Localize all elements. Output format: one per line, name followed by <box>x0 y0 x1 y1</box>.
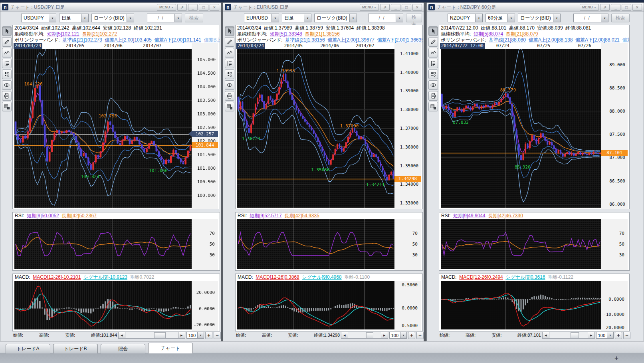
indicator-tool-button[interactable] <box>225 48 234 58</box>
save-layout-button[interactable] <box>2 102 12 111</box>
period-select[interactable]: 日足▼ <box>59 14 89 22</box>
scroll-right-icon[interactable]: ▶ <box>588 332 594 338</box>
pointer-tool-button[interactable] <box>2 26 12 36</box>
objects-tool-button[interactable] <box>2 69 12 79</box>
pair-select[interactable]: EUR/USD▼ <box>244 14 279 22</box>
objects-tool-button[interactable] <box>428 69 438 79</box>
price-chart[interactable] <box>441 49 601 208</box>
maximize-button[interactable]: □ <box>199 4 208 11</box>
maximize-button[interactable]: □ <box>402 4 411 11</box>
zoom-out-button[interactable]: − <box>416 332 424 339</box>
detach-button[interactable]: ↗ <box>177 4 187 11</box>
draw-tool-button[interactable] <box>428 37 438 47</box>
scroll-left-icon[interactable]: ◀ <box>341 332 348 338</box>
chevron-down-icon: ▼ <box>400 332 406 338</box>
print-button[interactable] <box>428 91 438 101</box>
chevron-down-icon: ▼ <box>49 14 56 22</box>
date-select[interactable]: / /▼ <box>368 14 403 22</box>
scrollbar-thumb[interactable] <box>571 332 579 338</box>
rsi-chart[interactable] <box>237 219 394 269</box>
period-select[interactable]: 日足▼ <box>282 14 311 22</box>
y-tick: 1.33000 <box>400 200 418 206</box>
visibility-tool-button[interactable] <box>2 80 12 90</box>
menu-button[interactable]: MENU ▼ <box>157 4 176 11</box>
zoom-in-button[interactable]: + <box>205 332 212 339</box>
scale-tool-button[interactable] <box>2 59 12 68</box>
rsi-chart[interactable] <box>14 219 192 269</box>
close-button[interactable]: × <box>210 4 219 11</box>
bar-count-select[interactable]: 100▼ <box>186 332 204 339</box>
detach-button[interactable]: ↗ <box>600 4 610 11</box>
scrollbar-track[interactable] <box>549 332 588 338</box>
pointer-tool-button[interactable] <box>428 26 438 36</box>
visibility-tool-button[interactable] <box>225 80 234 90</box>
indicator-tool-button[interactable] <box>2 48 12 58</box>
period-select[interactable]: 60分足▼ <box>485 14 515 22</box>
price-type-select[interactable]: ローソク(BID)▼ <box>518 14 561 22</box>
maximize-button[interactable]: □ <box>622 4 631 11</box>
search-button[interactable]: 検索 <box>185 14 203 22</box>
save-layout-button[interactable] <box>225 102 234 111</box>
zoom-out-button[interactable]: − <box>623 332 630 339</box>
zoom-out-button[interactable]: − <box>214 332 221 339</box>
objects-tool-button[interactable] <box>225 69 234 79</box>
scale-tool-button[interactable] <box>225 59 234 68</box>
menu-button[interactable]: MENU ▼ <box>580 4 599 11</box>
scrollbar-thumb[interactable] <box>366 332 373 338</box>
search-button[interactable]: 検索 <box>611 14 630 22</box>
scale-tool-button[interactable] <box>428 59 438 68</box>
macd-chart[interactable] <box>441 281 601 329</box>
close-button[interactable]: × <box>632 4 642 11</box>
menu-button[interactable]: MENU ▼ <box>360 4 379 11</box>
chart-scrollbar[interactable]: ◀ ▶ <box>118 332 185 339</box>
detach-button[interactable]: ↗ <box>380 4 390 11</box>
rsi-chart[interactable] <box>441 219 601 269</box>
macd-signal-value: 0.4968 <box>327 274 342 280</box>
draw-tool-button[interactable] <box>225 37 234 47</box>
search-button[interactable]: 検索 <box>406 14 422 22</box>
date-select[interactable]: / /▼ <box>573 14 608 22</box>
print-button[interactable] <box>2 91 12 101</box>
minimize-button[interactable]: _ <box>391 4 400 11</box>
scrollbar-thumb[interactable] <box>154 332 166 338</box>
scrollbar-track[interactable] <box>348 332 381 338</box>
pair-select[interactable]: NZD/JPY▼ <box>448 14 483 22</box>
tab-inquiry[interactable]: 照会 <box>101 344 145 353</box>
y-tick: 1.41000 <box>400 51 418 56</box>
scroll-left-icon[interactable]: ◀ <box>543 332 549 338</box>
draw-tool-button[interactable] <box>2 37 12 47</box>
tab-chart[interactable]: チャート <box>148 343 193 353</box>
tab-trade-a[interactable]: トレードA <box>6 344 50 353</box>
print-button[interactable] <box>225 91 234 101</box>
tab-trade-b[interactable]: トレードB <box>53 344 98 353</box>
close-button[interactable]: × <box>412 4 422 11</box>
price-chart[interactable] <box>14 49 192 208</box>
zoom-in-button[interactable]: + <box>615 332 622 339</box>
visibility-tool-button[interactable] <box>428 80 438 90</box>
zoom-in-button[interactable]: + <box>408 332 415 339</box>
chart-scrollbar[interactable]: ◀ ▶ <box>341 332 388 339</box>
scroll-left-icon[interactable]: ◀ <box>119 332 125 338</box>
bar-count-select[interactable]: 100▼ <box>596 332 614 339</box>
macd-chart[interactable] <box>14 281 192 329</box>
save-layout-button[interactable] <box>428 102 438 111</box>
indicator-tool-button[interactable] <box>428 48 438 58</box>
scrollbar-track[interactable] <box>125 332 178 338</box>
chart-annotation: 86.920 <box>515 165 531 170</box>
pair-select[interactable]: USD/JPY▼ <box>21 14 56 22</box>
minimize-button[interactable]: _ <box>611 4 620 11</box>
date-select[interactable]: / /▼ <box>147 14 182 22</box>
macd-chart[interactable] <box>237 281 394 329</box>
price-type-select[interactable]: ローソク(BID)▼ <box>314 14 357 22</box>
tool-rail <box>428 25 439 341</box>
chart-scrollbar[interactable]: ◀ ▶ <box>542 332 595 339</box>
pointer-tool-button[interactable] <box>225 26 234 36</box>
scroll-right-icon[interactable]: ▶ <box>178 332 185 338</box>
minimize-button[interactable]: _ <box>188 4 198 11</box>
add-button[interactable]: + <box>612 354 621 362</box>
price-type-select[interactable]: ローソク(BID)▼ <box>91 14 134 22</box>
scroll-right-icon[interactable]: ▶ <box>381 332 388 338</box>
quote-row: 2014/07/22 12:00 始値:88.101 高値:88.170 安値:… <box>439 25 629 31</box>
bar-count-select[interactable]: 100▼ <box>389 332 407 339</box>
chevron-down-icon: ▼ <box>475 14 482 22</box>
